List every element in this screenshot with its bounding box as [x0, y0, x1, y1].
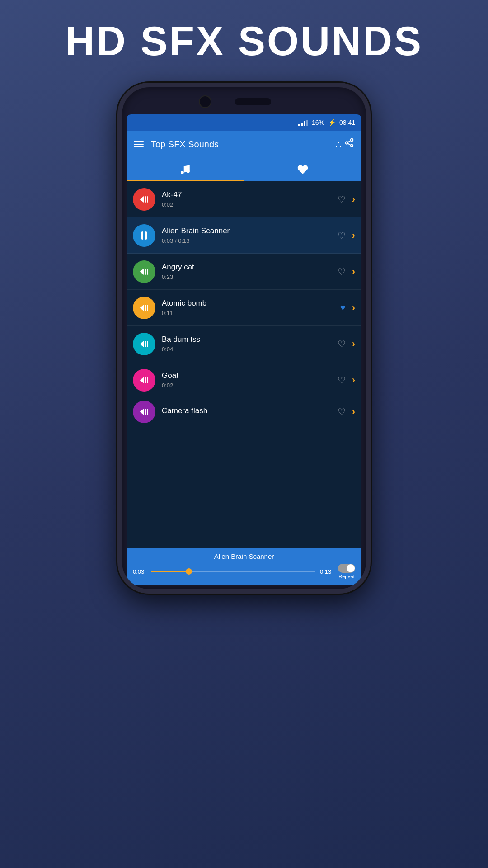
sound-actions-alien-brain-scanner: ♡ ›: [338, 230, 355, 241]
sound-name-alien-brain-scanner: Alien Brain Scanner: [162, 226, 338, 236]
favorite-btn-goat[interactable]: ♡: [338, 375, 346, 386]
status-time: 08:41: [339, 119, 355, 126]
sound-duration-alien-brain-scanner: 0:03 / 0:13: [162, 237, 338, 244]
sound-icon-ba-dum-tss: [133, 333, 155, 355]
sound-icon-ak47: [133, 188, 155, 211]
progress-thumb: [186, 568, 192, 575]
sound-icon-camera-flash: [133, 401, 155, 423]
sound-item-angry-cat[interactable]: Angry cat 0:23 ♡ ›: [127, 254, 361, 290]
svg-rect-12: [147, 269, 148, 275]
phone-side-button: [367, 178, 371, 209]
svg-point-5: [181, 171, 184, 174]
battery-bolt-icon: ⚡: [328, 119, 336, 126]
svg-rect-14: [145, 305, 146, 311]
phone-screen: 16% ⚡ 08:41 Top SFX Sounds ∴: [127, 114, 361, 585]
hamburger-line-2: [134, 144, 144, 145]
sound-list: Ak-47 0:02 ♡ ›: [127, 181, 361, 548]
svg-marker-10: [140, 269, 144, 275]
signal-bars: [298, 119, 308, 126]
svg-marker-16: [140, 341, 144, 347]
svg-rect-18: [147, 341, 148, 347]
svg-marker-7: [140, 196, 144, 203]
page-title: HD SFX SOUNDS: [65, 18, 423, 65]
phone-speaker: [235, 98, 271, 105]
svg-rect-11: [145, 269, 146, 275]
sound-item-goat[interactable]: Goat 0:02 ♡ ›: [127, 362, 361, 398]
toggle-knob: [347, 564, 355, 572]
sound-actions-angry-cat: ♡ ›: [338, 266, 355, 278]
app-bar-title: Top SFX Sounds: [151, 139, 335, 150]
tab-music[interactable]: [127, 158, 244, 181]
sound-name-angry-cat: Angry cat: [162, 263, 338, 272]
more-btn-camera-flash[interactable]: ›: [352, 406, 355, 418]
svg-marker-19: [140, 377, 144, 383]
sound-icon-angry-cat: [133, 260, 155, 283]
svg-rect-23: [145, 409, 146, 415]
more-btn-atomic-bomb[interactable]: ›: [352, 302, 355, 314]
more-btn-goat[interactable]: ›: [352, 374, 355, 386]
sound-info-atomic-bomb: Atomic bomb 0:11: [162, 299, 340, 316]
more-btn-ba-dum-tss[interactable]: ›: [352, 338, 355, 350]
favorite-btn-camera-flash[interactable]: ♡: [338, 406, 346, 417]
sound-duration-angry-cat: 0:23: [162, 274, 338, 280]
sound-info-ba-dum-tss: Ba dum tss 0:04: [162, 335, 338, 353]
tab-favorites[interactable]: [244, 158, 361, 181]
sound-icon-atomic-bomb: [133, 297, 155, 319]
current-time: 0:03: [133, 568, 146, 575]
sound-icon-goat: [133, 369, 155, 392]
svg-point-6: [187, 170, 190, 173]
more-btn-ak47[interactable]: ›: [352, 193, 355, 205]
sound-info-angry-cat: Angry cat 0:23: [162, 263, 338, 280]
sound-duration-ba-dum-tss: 0:04: [162, 346, 338, 353]
share-icon[interactable]: ∴: [335, 138, 354, 151]
sound-info-goat: Goat 0:02: [162, 371, 338, 389]
favorite-btn-angry-cat[interactable]: ♡: [338, 266, 346, 277]
progress-bar[interactable]: [151, 571, 315, 572]
svg-line-4: [348, 141, 351, 142]
svg-rect-24: [147, 409, 148, 415]
sound-name-camera-flash: Camera flash: [162, 406, 338, 415]
hamburger-line-3: [134, 146, 144, 147]
svg-rect-17: [145, 341, 146, 347]
repeat-toggle[interactable]: [338, 564, 355, 573]
pause-icon-alien-brain-scanner: [141, 231, 147, 240]
sound-info-camera-flash: Camera flash: [162, 406, 338, 417]
sound-name-goat: Goat: [162, 371, 338, 380]
svg-marker-22: [140, 409, 144, 415]
favorite-btn-ba-dum-tss[interactable]: ♡: [338, 339, 346, 349]
signal-bar-2: [301, 123, 303, 126]
sound-item-atomic-bomb[interactable]: Atomic bomb 0:11 ♥ ›: [127, 290, 361, 326]
sound-name-ba-dum-tss: Ba dum tss: [162, 335, 338, 344]
sound-item-ba-dum-tss[interactable]: Ba dum tss 0:04 ♡ ›: [127, 326, 361, 362]
sound-icon-alien-brain-scanner: [133, 224, 155, 247]
progress-fill: [151, 571, 189, 572]
svg-marker-13: [140, 305, 144, 311]
sound-info-ak47: Ak-47 0:02: [162, 190, 338, 208]
sound-info-alien-brain-scanner: Alien Brain Scanner 0:03 / 0:13: [162, 226, 338, 244]
more-btn-angry-cat[interactable]: ›: [352, 266, 355, 278]
sound-item-ak47[interactable]: Ak-47 0:02 ♡ ›: [127, 181, 361, 217]
phone-camera: [199, 95, 211, 108]
now-playing-title: Alien Brain Scanner: [133, 552, 355, 560]
more-btn-alien-brain-scanner[interactable]: ›: [352, 230, 355, 241]
signal-bar-1: [298, 124, 300, 126]
sound-duration-atomic-bomb: 0:11: [162, 310, 340, 316]
repeat-label: Repeat: [338, 574, 354, 579]
repeat-section: Repeat: [338, 564, 355, 579]
svg-rect-20: [145, 377, 146, 383]
favorite-btn-alien-brain-scanner[interactable]: ♡: [338, 230, 346, 241]
signal-bar-3: [304, 121, 305, 126]
favorite-btn-ak47[interactable]: ♡: [338, 194, 346, 205]
phone-wrapper: 16% ⚡ 08:41 Top SFX Sounds ∴: [117, 83, 371, 594]
sound-actions-atomic-bomb: ♥ ›: [340, 302, 355, 314]
sound-actions-camera-flash: ♡ ›: [338, 406, 355, 418]
sound-item-alien-brain-scanner[interactable]: Alien Brain Scanner 0:03 / 0:13 ♡ ›: [127, 217, 361, 254]
favorite-btn-atomic-bomb[interactable]: ♥: [340, 302, 346, 313]
sound-actions-ak47: ♡ ›: [338, 193, 355, 205]
sound-item-camera-flash[interactable]: Camera flash ♡ ›: [127, 398, 361, 425]
sound-duration-goat: 0:02: [162, 382, 338, 389]
hamburger-line-1: [134, 141, 144, 142]
hamburger-menu-icon[interactable]: [134, 141, 144, 147]
battery-percentage: 16%: [312, 119, 324, 126]
status-bar: 16% ⚡ 08:41: [127, 114, 361, 131]
